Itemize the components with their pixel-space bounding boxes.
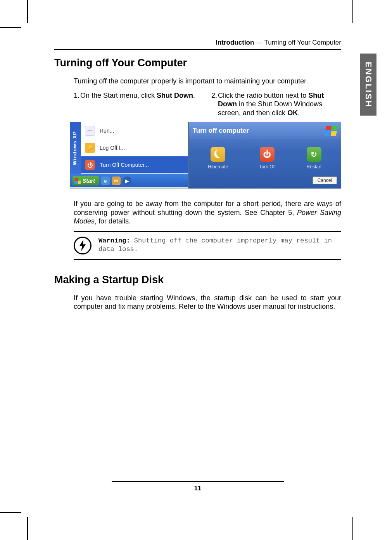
page-number: 11 xyxy=(54,485,341,492)
steps-row: 1. On the Start menu, click Shut Down. 2… xyxy=(74,91,341,118)
dialog-footer: Cancel xyxy=(189,174,341,188)
restart-icon: ↻ xyxy=(307,147,321,162)
menu-item-run[interactable]: ▭ Run... xyxy=(81,122,188,139)
lightning-icon xyxy=(74,237,92,254)
step1-pre: On the Start menu, click xyxy=(80,92,157,99)
power-icon: ⏻ xyxy=(85,160,95,170)
page-content: Introduction — Turning off Your Computer… xyxy=(54,39,341,317)
warning-body: Shutting off the computer improperly may… xyxy=(98,237,332,253)
section-title-turning-off: Turning off Your Computer xyxy=(54,57,341,69)
dialog-body: ⏾ Hibernate ⏻ Turn Off ↻ Restart xyxy=(189,139,341,174)
crop-mark xyxy=(0,512,21,513)
after-post: , for details. xyxy=(95,217,131,225)
start-label: Start xyxy=(83,178,95,184)
step-number: 2. xyxy=(211,91,218,118)
warning-label: Warning: xyxy=(98,237,130,244)
windows-flag-icon xyxy=(325,126,338,136)
run-icon: ▭ xyxy=(85,126,95,136)
step2-pre: Click the radio button next to xyxy=(218,92,308,99)
menu-label-logoff: Log Off t... xyxy=(100,145,125,151)
crop-mark xyxy=(352,517,353,540)
dialog-titlebar: Turn off computer xyxy=(189,122,341,139)
label-restart: Restart xyxy=(307,164,322,170)
menu-label-turnoff: Turn Off Computer... xyxy=(100,162,149,168)
page-footer: 11 xyxy=(54,481,341,492)
media-player-icon[interactable]: ▶ xyxy=(123,177,131,185)
step-number: 1. xyxy=(74,91,80,118)
screenshot-turnoff-dialog: Turn off computer ⏾ Hibernate ⏻ Turn Off… xyxy=(188,122,341,189)
warning-callout: Warning: Shutting off the computer impro… xyxy=(74,231,341,260)
step2-bold2: OK xyxy=(287,109,298,117)
footer-rule xyxy=(112,481,284,482)
section-title-startup-disk: Making a Startup Disk xyxy=(54,274,341,286)
windows-flag-icon xyxy=(74,178,81,184)
running-header: Introduction — Turning off Your Computer xyxy=(54,39,341,50)
turnoff-icon: ⏻ xyxy=(260,147,275,162)
intro-paragraph: Turning off the computer properly is imp… xyxy=(74,77,341,86)
crop-mark xyxy=(0,27,21,28)
menu-label-run: Run... xyxy=(100,128,114,134)
header-section: Turning off Your Computer xyxy=(264,39,341,46)
step-1: 1. On the Start menu, click Shut Down. xyxy=(74,91,204,118)
crop-mark xyxy=(27,0,28,23)
dialog-title: Turn off computer xyxy=(193,127,249,135)
header-chapter: Introduction xyxy=(216,39,254,46)
label-turnoff: Turn Off xyxy=(259,164,276,170)
start-button[interactable]: Start xyxy=(73,176,99,185)
hibernate-icon: ⏾ xyxy=(211,147,225,162)
language-tab: ENGLISH xyxy=(360,54,376,116)
step-2: 2. Click the radio button next to Shut D… xyxy=(211,91,341,118)
option-turnoff[interactable]: ⏻ Turn Off xyxy=(259,147,276,170)
crop-mark xyxy=(352,0,353,23)
menu-item-turnoff[interactable]: ⏻ Turn Off Computer... xyxy=(81,156,188,173)
screenshot-row: Windows XP ▭ Run... 🔑 Log Off t... ⏻ Tur… xyxy=(70,122,341,189)
step1-post: . xyxy=(193,92,195,99)
cancel-button[interactable]: Cancel xyxy=(313,177,337,184)
step-text: Click the radio button next to Shut Down… xyxy=(218,91,341,118)
start-menu-sidebar: Windows XP xyxy=(70,122,81,174)
option-restart[interactable]: ↻ Restart xyxy=(307,147,322,170)
explorer-icon[interactable]: ✉ xyxy=(112,177,121,185)
step2-post: . xyxy=(298,109,300,117)
label-hibernate: Hibernate xyxy=(208,164,228,170)
header-separator: — xyxy=(254,39,264,46)
after-screenshots-paragraph: If you are going to be away from the com… xyxy=(74,199,341,226)
screenshot-start-menu: Windows XP ▭ Run... 🔑 Log Off t... ⏻ Tur… xyxy=(70,122,188,189)
ie-icon[interactable]: e xyxy=(101,177,110,185)
menu-item-logoff[interactable]: 🔑 Log Off t... xyxy=(81,139,188,156)
warning-text: Warning: Shutting off the computer impro… xyxy=(98,237,341,254)
step1-bold: Shut Down xyxy=(157,92,193,99)
step-text: On the Start menu, click Shut Down. xyxy=(80,91,204,118)
option-hibernate[interactable]: ⏾ Hibernate xyxy=(208,147,228,170)
startup-disk-paragraph: If you have trouble starting Windows, th… xyxy=(74,294,341,311)
taskbar: Start e ✉ ▶ xyxy=(70,174,188,187)
crop-mark xyxy=(27,517,28,540)
logoff-icon: 🔑 xyxy=(85,143,95,153)
